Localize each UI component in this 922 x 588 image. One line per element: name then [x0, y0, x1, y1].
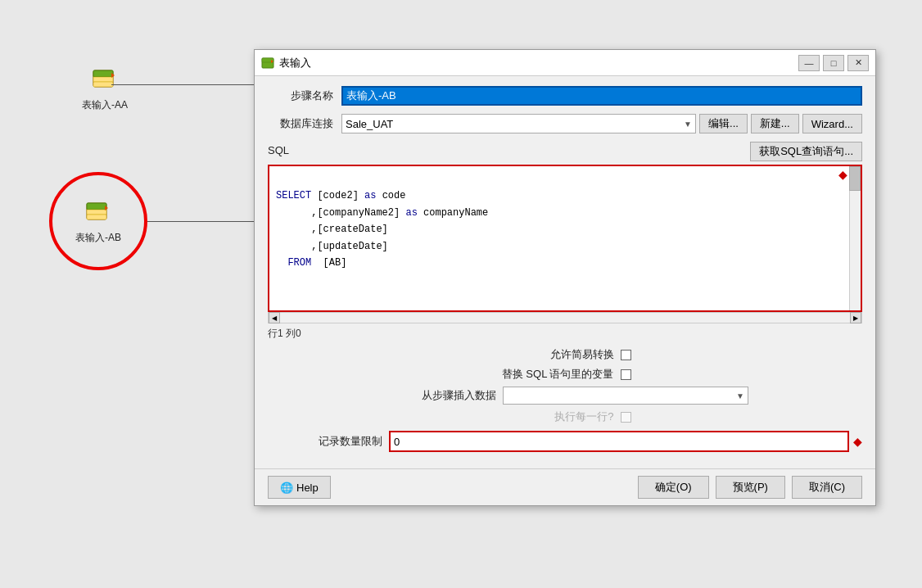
record-limit-row: 记录数量限制 ◆ — [268, 431, 862, 452]
node-aa-label: 表输入-AA — [82, 98, 128, 112]
record-limit-input-wrapper — [389, 431, 849, 452]
sql-status: 行1 列0 — [268, 327, 862, 341]
node-ab-wrapper: 表输入-AB — [49, 172, 147, 270]
cancel-button[interactable]: 取消(C) — [792, 476, 862, 499]
sql-label: SQL — [268, 144, 289, 156]
sql-scrollbar-thumb[interactable] — [849, 166, 861, 191]
execute-each-row-row: 执行每一行? — [268, 409, 862, 424]
dialog-controls: — □ ✕ — [798, 55, 869, 71]
db-wizard-button[interactable]: Wizard... — [802, 114, 862, 133]
dialog-icon — [261, 57, 274, 70]
db-connection-label: 数据库连接 — [268, 116, 333, 131]
node-aa-icon — [90, 66, 120, 95]
footer-right: 确定(O) 预览(P) 取消(C) — [638, 476, 862, 499]
dialog-table-input: 表输入 — □ ✕ 步骤名称 数据库连接 Sale_UAT ▼ 编辑... 新建… — [254, 49, 876, 506]
desktop: 表输入-AA 表输入-AB — [0, 0, 254, 588]
svg-rect-6 — [87, 203, 106, 210]
dialog-title: 表输入 — [279, 56, 311, 70]
db-connection-row: 数据库连接 Sale_UAT ▼ 编辑... 新建... Wizard... — [268, 114, 862, 133]
svg-rect-1 — [93, 70, 113, 77]
node-aa[interactable]: 表输入-AA — [82, 66, 128, 112]
dialog-titlebar: 表输入 — □ ✕ — [255, 50, 875, 76]
red-circle-highlight: 表输入-AB — [49, 172, 147, 270]
sql-red-diamond-icon: ◆ — [838, 168, 847, 181]
dialog-footer: 🌐 Help 确定(O) 预览(P) 取消(C) — [255, 468, 875, 505]
svg-rect-7 — [87, 210, 106, 215]
db-new-button[interactable]: 新建... — [751, 114, 799, 133]
help-globe-icon: 🌐 — [280, 482, 293, 494]
hscroll-track[interactable] — [280, 313, 850, 323]
dialog-title-left: 表输入 — [261, 56, 311, 70]
sql-editor-wrapper: ◆ SELECT [code2] as code ,[companyName2]… — [268, 165, 862, 312]
db-edit-button[interactable]: 编辑... — [699, 114, 748, 133]
db-combo-value: Sale_UAT — [346, 118, 393, 130]
options-section: 允许简易转换 替换 SQL 语句里的变量 从步骤插入数据 ▼ 执行每一行? — [268, 347, 862, 424]
svg-rect-3 — [93, 82, 113, 87]
allow-simple-convert-label: 允许简易转换 — [499, 347, 614, 362]
footer-left: 🌐 Help — [268, 476, 331, 499]
hscroll-left-button[interactable]: ◀ — [269, 312, 280, 323]
minimize-button[interactable]: — — [798, 55, 820, 71]
maximize-button[interactable]: □ — [823, 55, 844, 71]
connector-ab — [147, 221, 257, 222]
record-limit-red-diamond-icon: ◆ — [853, 435, 862, 448]
svg-rect-2 — [93, 77, 113, 82]
execute-each-row-label: 执行每一行? — [499, 409, 614, 424]
execute-each-row-checkbox[interactable] — [621, 412, 631, 423]
replace-sql-vars-checkbox[interactable] — [621, 369, 631, 380]
node-ab-icon — [84, 198, 113, 228]
sql-fetch-button[interactable]: 获取SQL查询语句... — [750, 142, 862, 161]
sql-vertical-scrollbar[interactable] — [849, 166, 861, 310]
record-limit-label: 记录数量限制 — [268, 434, 382, 449]
help-label: Help — [296, 482, 319, 494]
step-name-input[interactable] — [341, 86, 862, 106]
confirm-button[interactable]: 确定(O) — [638, 476, 709, 499]
insert-from-step-combo[interactable]: ▼ — [503, 387, 748, 405]
hscroll-right-button[interactable]: ▶ — [850, 312, 861, 323]
step-name-row: 步骤名称 — [268, 86, 862, 106]
insert-from-step-label: 从步骤插入数据 — [382, 388, 496, 403]
record-limit-input[interactable] — [391, 432, 847, 450]
svg-rect-8 — [87, 215, 106, 219]
preview-button[interactable]: 预览(P) — [716, 476, 785, 499]
node-ab[interactable]: 表输入-AB — [75, 198, 121, 245]
node-ab-label: 表输入-AB — [75, 231, 121, 245]
allow-simple-convert-row: 允许简易转换 — [268, 347, 862, 362]
sql-hscrollbar[interactable]: ◀ ▶ — [268, 312, 862, 323]
dialog-body: 步骤名称 数据库连接 Sale_UAT ▼ 编辑... 新建... Wizard… — [255, 76, 875, 468]
insert-from-step-row: 从步骤插入数据 ▼ — [268, 387, 862, 405]
db-combo-arrow-icon: ▼ — [684, 120, 692, 129]
db-combo[interactable]: Sale_UAT ▼ — [341, 114, 696, 133]
close-button[interactable]: ✕ — [847, 55, 869, 71]
connector-aa — [111, 84, 257, 85]
allow-simple-convert-checkbox[interactable] — [621, 350, 631, 360]
replace-sql-vars-label: 替换 SQL 语句里的变量 — [499, 367, 614, 382]
sql-display[interactable]: SELECT [code2] as code ,[companyName2] a… — [269, 166, 861, 276]
step-name-label: 步骤名称 — [268, 88, 333, 103]
help-button[interactable]: 🌐 Help — [268, 476, 331, 499]
insert-from-step-arrow-icon: ▼ — [736, 391, 744, 400]
replace-sql-vars-row: 替换 SQL 语句里的变量 — [268, 367, 862, 382]
